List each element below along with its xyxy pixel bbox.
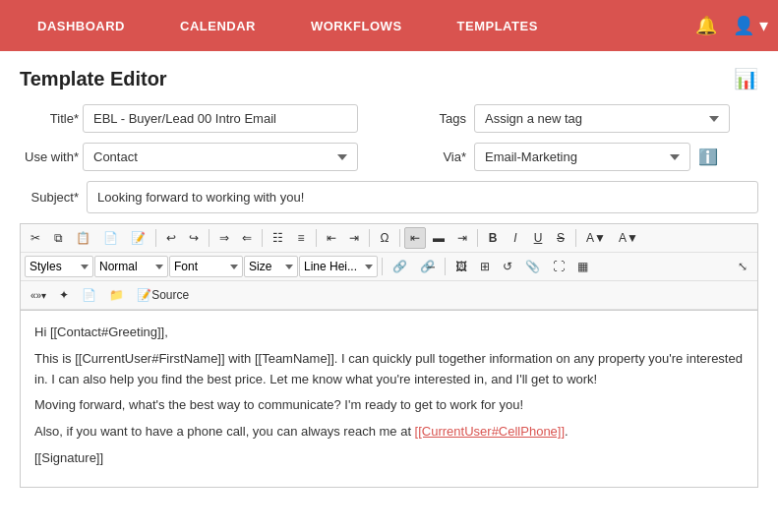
use-with-select[interactable]: Contact — [83, 143, 358, 171]
toolbar-sep-3 — [262, 229, 263, 247]
resize-handle[interactable]: ⤡ — [732, 256, 753, 277]
indent-button[interactable]: ⇥ — [343, 227, 365, 249]
source-label: Source — [151, 288, 189, 302]
toolbar-sep-8 — [575, 229, 576, 247]
nav-dashboard[interactable]: DASHBOARD — [10, 0, 152, 51]
toolbar-sep-7 — [477, 229, 478, 247]
ordered-list-button[interactable]: ☷ — [267, 227, 289, 249]
editor-line-2: This is [[CurrentUser#FirstName]] with [… — [34, 349, 744, 390]
top-navigation: DASHBOARD CALENDAR WORKFLOWS TEMPLATES 🔔… — [0, 0, 778, 51]
merge-tags-button[interactable]: «»▾ — [25, 284, 52, 306]
image-button[interactable]: 🖼 — [449, 256, 473, 277]
editor-line-1: Hi [[Contact#Greeting]], — [34, 323, 744, 343]
normal-select[interactable]: Normal — [94, 256, 168, 277]
styles-select[interactable]: Styles — [25, 256, 93, 277]
stats-icon[interactable]: 📊 — [734, 67, 758, 90]
editor-line-3: Moving forward, what's the best way to c… — [34, 395, 744, 416]
undo-button[interactable]: ↩ — [160, 227, 182, 249]
editor-line-4: Also, if you want to have a phone call, … — [34, 422, 744, 443]
subject-input[interactable] — [87, 181, 758, 213]
toolbar-sep-4 — [316, 229, 317, 247]
doc-button[interactable]: 📄 — [76, 284, 102, 306]
copy-button[interactable]: ⧉ — [47, 227, 69, 249]
use-with-group: Use with* Contact — [20, 143, 358, 171]
source-button[interactable]: 📝 Source — [131, 284, 195, 306]
ltr-button[interactable]: ⇒ — [213, 227, 235, 249]
align-right-button[interactable]: ⇥ — [451, 227, 473, 249]
paste-button[interactable]: 📋 — [70, 227, 96, 249]
blocks-button[interactable]: ▦ — [571, 256, 594, 277]
cell-phone-link[interactable]: [[CurrentUser#CellPhone]] — [415, 424, 565, 439]
via-select[interactable]: Email-Marketing — [474, 143, 690, 171]
unlink-button[interactable]: 🔗̶ — [414, 256, 441, 277]
nav-workflows[interactable]: WORKFLOWS — [283, 0, 430, 51]
font-color-button[interactable]: A▼ — [580, 227, 612, 249]
bold-button[interactable]: B — [482, 227, 504, 249]
toolbar-right-group: ⤡ — [732, 256, 753, 277]
line-height-select[interactable]: Line Hei... — [299, 256, 378, 277]
subject-row: Subject* — [20, 181, 758, 213]
page-title: Template Editor — [20, 68, 167, 90]
title-group: Title* — [20, 104, 358, 133]
align-left-button[interactable]: ⇤ — [404, 227, 426, 249]
align-center-button[interactable]: ▬ — [427, 227, 450, 249]
tags-group: Tags Assign a new tag — [407, 104, 730, 133]
font-select[interactable]: Font — [169, 256, 243, 277]
notification-icon[interactable]: 🔔 — [695, 15, 717, 36]
main-content: Template Editor 📊 Title* Tags Assign a n… — [0, 51, 778, 532]
via-label: Via* — [407, 149, 466, 164]
undo2-button[interactable]: ↺ — [497, 256, 518, 277]
toolbar-row-2: Styles Normal Font Size Line Hei... 🔗 🔗̶… — [21, 253, 757, 281]
paste-text-button[interactable]: 📄 — [97, 227, 124, 249]
redo-button[interactable]: ↪ — [183, 227, 205, 249]
strikethrough-button[interactable]: S — [550, 227, 571, 249]
table-button[interactable]: ⊞ — [474, 256, 496, 277]
paste-word-button[interactable]: 📝 — [125, 227, 151, 249]
outdent-button[interactable]: ⇤ — [321, 227, 342, 249]
attach-button[interactable]: 📎 — [519, 256, 546, 277]
bg-color-button[interactable]: A▼ — [613, 227, 644, 249]
toolbar-row-3: «»▾ ✦ 📄 📁 📝 Source — [21, 281, 757, 310]
source-icon: 📝 — [137, 288, 151, 302]
nav-calendar[interactable]: CALENDAR — [152, 0, 283, 51]
size-select[interactable]: Size — [244, 256, 298, 277]
special-char-button[interactable]: Ω — [374, 227, 395, 249]
subject-label: Subject* — [20, 190, 87, 205]
user-icon[interactable]: 👤 ▾ — [733, 15, 768, 36]
editor-line-5: [[Signature]] — [34, 448, 744, 469]
via-group: Via* Email-Marketing ℹ️ — [407, 143, 718, 171]
toolbar-sep-2 — [209, 229, 209, 247]
ai-button[interactable]: ✦ — [53, 284, 75, 306]
toolbar-row-1: ✂ ⧉ 📋 📄 📝 ↩ ↪ ⇒ ⇐ ☷ ≡ ⇤ ⇥ Ω ⇤ ▬ ⇥ B I — [21, 224, 757, 253]
toolbar-sep-1 — [155, 229, 156, 247]
title-label: Title* — [20, 111, 79, 126]
toolbar-sep-6 — [399, 229, 400, 247]
toolbar-sep-5 — [369, 229, 370, 247]
use-with-label: Use with* — [20, 149, 79, 164]
file-button[interactable]: 📁 — [103, 284, 130, 306]
nav-templates[interactable]: TEMPLATES — [430, 0, 566, 51]
fullscreen-button[interactable]: ⛶ — [547, 256, 570, 277]
editor-content[interactable]: Hi [[Contact#Greeting]], This is [[Curre… — [20, 310, 758, 488]
page-header: Template Editor 📊 — [20, 67, 758, 90]
cut-button[interactable]: ✂ — [25, 227, 46, 249]
title-tags-row: Title* Tags Assign a new tag — [20, 104, 758, 133]
unordered-list-button[interactable]: ≡ — [290, 227, 312, 249]
italic-button[interactable]: I — [505, 227, 526, 249]
toolbar-sep-9 — [382, 258, 383, 275]
rtl-button[interactable]: ⇐ — [236, 227, 258, 249]
use-with-via-row: Use with* Contact Via* Email-Marketing ℹ… — [20, 143, 758, 171]
via-info-icon[interactable]: ℹ️ — [698, 148, 718, 166]
toolbar-sep-10 — [445, 258, 446, 275]
tags-label: Tags — [407, 111, 466, 126]
underline-button[interactable]: U — [527, 227, 549, 249]
title-input[interactable] — [83, 104, 358, 133]
link-button[interactable]: 🔗 — [387, 256, 413, 277]
editor-toolbar: ✂ ⧉ 📋 📄 📝 ↩ ↪ ⇒ ⇐ ☷ ≡ ⇤ ⇥ Ω ⇤ ▬ ⇥ B I — [20, 223, 758, 310]
tags-select[interactable]: Assign a new tag — [474, 104, 730, 133]
